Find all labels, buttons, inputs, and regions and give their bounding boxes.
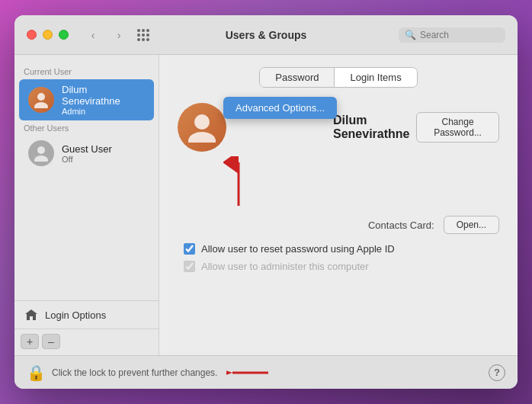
allow-reset-checkbox[interactable] — [184, 243, 195, 255]
advanced-options-popup[interactable]: Advanced Options... — [223, 97, 337, 119]
bottom-bar: 🔒 Click the lock to prevent further chan… — [14, 355, 518, 389]
search-icon: 🔍 — [405, 30, 416, 40]
svg-point-5 — [194, 114, 210, 130]
allow-admin-row: Allow user to administer this computer — [178, 261, 499, 272]
grid-icon — [137, 29, 149, 41]
guest-user-item[interactable]: Guest User Off — [19, 136, 154, 171]
right-panel: Password Login Items Advanced Options...… — [159, 55, 518, 355]
search-bar[interactable]: 🔍 — [399, 27, 505, 43]
profile-area: Advanced Options... Dilum Senevirathne C… — [178, 103, 499, 152]
current-user-role: Admin — [62, 107, 145, 116]
guest-user-avatar — [28, 140, 54, 166]
svg-point-1 — [34, 102, 48, 108]
tab-group: Password Login Items — [259, 67, 417, 88]
svg-marker-4 — [25, 309, 37, 320]
profile-avatar-icon — [187, 112, 217, 143]
window: ‹ › Users & Groups 🔍 Current User — [14, 15, 518, 389]
lock-text: Click the lock to prevent further change… — [52, 367, 217, 378]
house-icon — [24, 308, 38, 322]
left-arrow-indicator — [226, 364, 272, 382]
current-user-name: Dilum Senevirathne — [62, 84, 145, 107]
svg-point-3 — [34, 156, 48, 162]
open-contacts-button[interactable]: Open... — [444, 216, 499, 234]
guest-avatar-icon — [33, 145, 50, 162]
login-options-label: Login Options — [45, 309, 106, 321]
profile-avatar — [178, 103, 226, 152]
allow-admin-checkbox[interactable] — [184, 261, 195, 272]
remove-user-button[interactable]: – — [42, 334, 60, 349]
login-options-icon — [24, 307, 39, 322]
sidebar: Current User Dilum Senevirathne Admin Ot… — [14, 55, 159, 355]
window-title: Users & Groups — [226, 29, 307, 41]
traffic-lights — [27, 30, 69, 40]
guest-user-info: Guest User Off — [62, 143, 112, 164]
grid-menu-button[interactable] — [133, 27, 154, 43]
maximize-button[interactable] — [59, 30, 69, 40]
change-password-button[interactable]: Change Password... — [416, 112, 499, 143]
titlebar: ‹ › Users & Groups 🔍 — [14, 15, 518, 55]
avatar-icon — [33, 91, 50, 108]
allow-reset-row: Allow user to reset password using Apple… — [178, 243, 499, 255]
lock-icon-area: 🔒 Click the lock to prevent further chan… — [27, 364, 272, 382]
lock-icon[interactable]: 🔒 — [27, 364, 46, 382]
tab-bar: Password Login Items — [178, 67, 499, 88]
current-user-label: Current User — [14, 64, 159, 79]
guest-user-name: Guest User — [62, 143, 112, 155]
contacts-card-row: Contacts Card: Open... — [178, 216, 499, 234]
svg-point-2 — [37, 146, 45, 154]
up-arrow-indicator — [223, 156, 254, 210]
allow-admin-label: Allow user to administer this computer — [201, 261, 369, 272]
svg-point-0 — [37, 93, 45, 101]
login-options-row[interactable]: Login Options — [14, 300, 159, 329]
settings-area: Contacts Card: Open... Allow user to res… — [178, 210, 499, 343]
main-content: Current User Dilum Senevirathne Admin Ot… — [14, 55, 518, 355]
search-input[interactable] — [420, 30, 504, 40]
help-button[interactable]: ? — [489, 364, 505, 381]
current-user-avatar — [28, 87, 54, 113]
tab-password[interactable]: Password — [260, 68, 335, 87]
back-button[interactable]: ‹ — [82, 27, 104, 43]
allow-reset-label: Allow user to reset password using Apple… — [201, 243, 395, 255]
other-users-label: Other Users — [14, 120, 159, 136]
svg-point-6 — [188, 132, 216, 143]
current-user-info: Dilum Senevirathne Admin — [62, 84, 145, 116]
minimize-button[interactable] — [43, 30, 53, 40]
nav-buttons: ‹ › — [82, 27, 130, 43]
sidebar-bottom-buttons: + – — [14, 329, 159, 355]
tab-login-items[interactable]: Login Items — [335, 68, 416, 87]
current-user-item[interactable]: Dilum Senevirathne Admin — [19, 79, 154, 120]
close-button[interactable] — [27, 30, 37, 40]
contacts-card-label: Contacts Card: — [368, 220, 434, 231]
forward-button[interactable]: › — [108, 27, 130, 43]
add-user-button[interactable]: + — [21, 334, 39, 349]
guest-user-role: Off — [62, 155, 112, 164]
profile-name: Dilum Senevirathne — [333, 114, 416, 141]
